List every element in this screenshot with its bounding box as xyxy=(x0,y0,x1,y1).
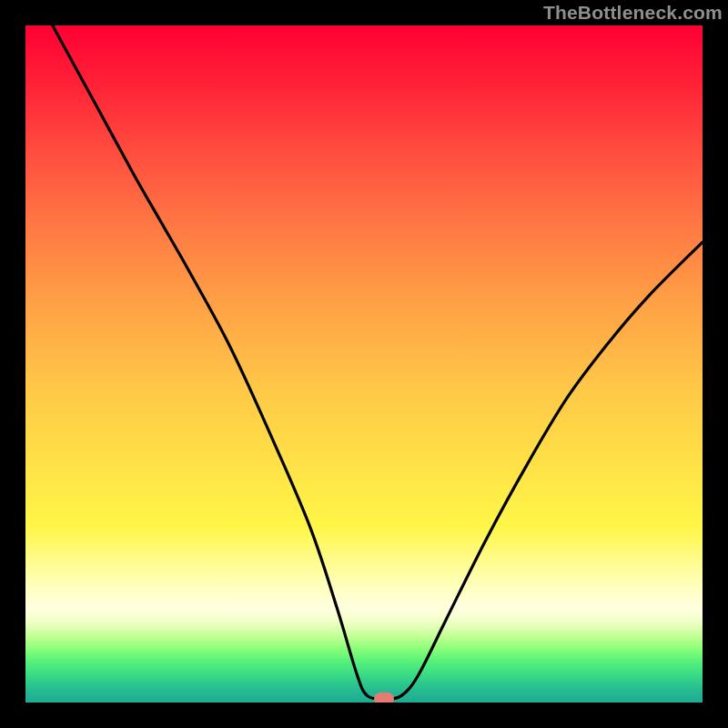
optimum-marker xyxy=(374,693,394,703)
bottleneck-curve xyxy=(25,25,703,703)
plot-area xyxy=(25,25,703,703)
watermark-text: TheBottleneck.com xyxy=(543,2,723,24)
chart-frame: TheBottleneck.com xyxy=(0,0,728,728)
